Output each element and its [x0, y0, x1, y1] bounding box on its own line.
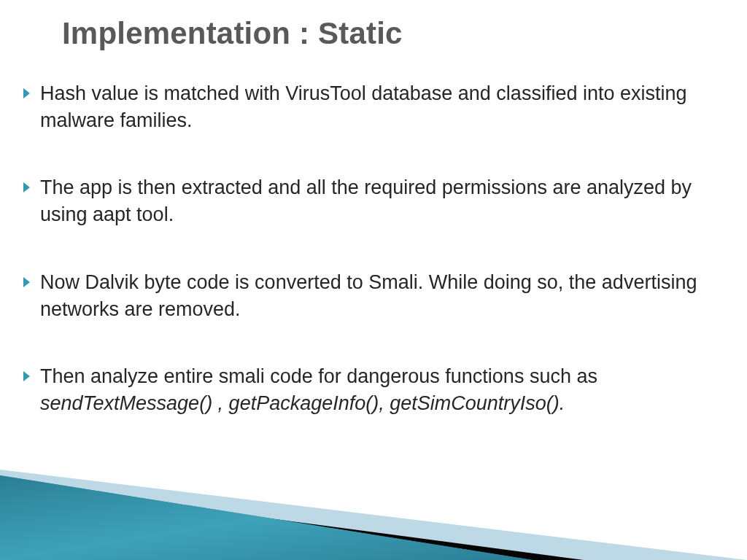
bullet-text: Hash value is matched with VirusTool dat…	[40, 80, 725, 133]
code-function: sendTextMessage() , getPackageInfo(), ge…	[40, 392, 565, 414]
bullet-arrow-icon	[23, 277, 30, 287]
bullet-list: Hash value is matched with VirusTool dat…	[23, 80, 725, 417]
list-item: Then analyze entire smali code for dange…	[23, 363, 725, 416]
list-item: Hash value is matched with VirusTool dat…	[23, 80, 725, 133]
list-item: Now Dalvik byte code is converted to Sma…	[23, 269, 725, 322]
slide: Implementation : Static Hash value is ma…	[0, 0, 747, 560]
bullet-arrow-icon	[23, 182, 30, 192]
bullet-text: Now Dalvik byte code is converted to Sma…	[40, 269, 725, 322]
bullet-arrow-icon	[23, 371, 30, 381]
svg-marker-2	[0, 475, 533, 560]
bullet-text: The app is then extracted and all the re…	[40, 174, 725, 228]
bullet-text: Then analyze entire smali code for dange…	[40, 363, 725, 416]
svg-marker-3	[0, 475, 533, 560]
svg-marker-0	[0, 470, 747, 560]
slide-title: Implementation : Static	[62, 16, 403, 51]
bullet-arrow-icon	[23, 88, 30, 98]
svg-marker-1	[0, 483, 584, 560]
list-item: The app is then extracted and all the re…	[23, 174, 725, 228]
bullet-text-part: Then analyze entire smali code for dange…	[40, 365, 597, 387]
